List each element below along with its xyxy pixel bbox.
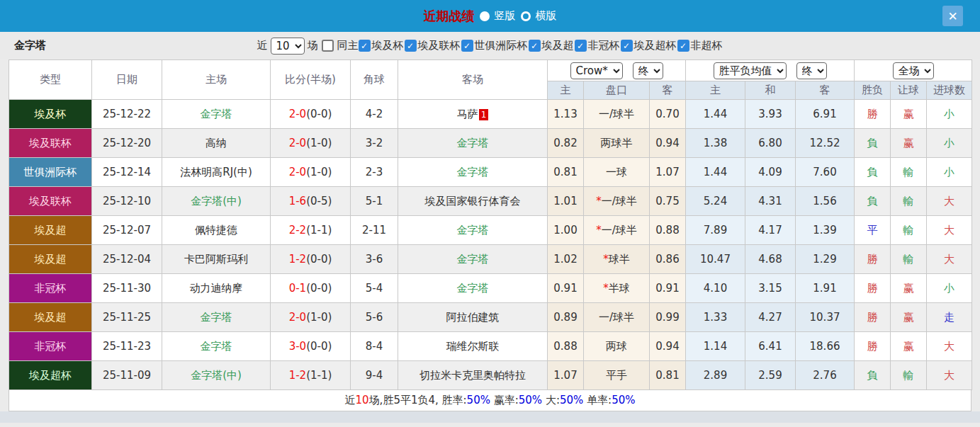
eu-draw-odds-cell: 4.09 (745, 158, 796, 187)
ah-away-odds-cell: 1.07 (650, 158, 686, 187)
home-team-label: 卡巴阿斯玛利 (184, 253, 248, 266)
eu-home-odds-cell: 1.14 (686, 332, 745, 361)
summary-segment: 50% (519, 394, 542, 406)
league-filter[interactable]: ✓非冠杯 (575, 39, 621, 52)
away-team-cell: 金字塔 (398, 245, 548, 274)
scope-select[interactable]: 全场 (893, 62, 934, 79)
eu-draw-odds-cell: 2.59 (745, 361, 796, 390)
type-cell: 埃及联杯 (9, 129, 92, 158)
score-cell: 2-0(1-0) (271, 129, 351, 158)
home-team-cell: 金字塔 (162, 100, 271, 129)
ah-away-odds-cell: 0.88 (650, 216, 686, 245)
eu-away-odds-cell: 1.39 (796, 216, 855, 245)
same-venue-label[interactable]: 同主 (337, 39, 359, 52)
eu-draw-odds-cell: 4.31 (745, 187, 796, 216)
league-filter-label[interactable]: 非超杯 (691, 39, 723, 52)
summary-segment: 场,胜5平1负4, 胜率: (369, 394, 467, 406)
eu-home-odds-cell: 1.44 (686, 158, 745, 187)
header-ah-line: 盘口 (584, 81, 650, 100)
table-row: 埃及超 25-12-07 佩特捷德 2-2(1-1) 2-11 金字塔 1.00… (9, 216, 972, 245)
score-fulltime: 1-2 (289, 369, 307, 382)
ah-home-odds-cell: 1.13 (548, 100, 584, 129)
odds-time-select[interactable]: 终 (633, 62, 663, 79)
type-cell: 埃及超 (9, 216, 92, 245)
checkbox-checked-icon[interactable]: ✓ (621, 40, 633, 52)
wdl-source-select[interactable]: 胜平负均值 (714, 62, 787, 79)
league-filter-label[interactable]: 埃及联杯 (418, 39, 461, 52)
result-cell: 負 (855, 361, 891, 390)
checkbox-checked-icon[interactable]: ✓ (405, 40, 417, 52)
away-team-cell: 瑞维尔斯联 (398, 332, 548, 361)
summary-segment: 50% (467, 394, 490, 406)
away-team-cell: 金字塔 (398, 158, 548, 187)
checkbox-checked-icon[interactable]: ✓ (529, 40, 541, 52)
away-team-label: 阿拉伯建筑 (446, 311, 500, 324)
league-filter-label[interactable]: 埃及超杯 (634, 39, 677, 52)
league-filter-label[interactable]: 世俱洲际杯 (475, 39, 528, 52)
date-cell: 25-12-14 (92, 158, 162, 187)
away-team-cell: 阿拉伯建筑 (398, 303, 548, 332)
away-badge: 1 (479, 109, 489, 120)
corner-cell: 8-4 (351, 332, 398, 361)
ah-away-odds-cell: 0.91 (650, 274, 686, 303)
league-filter[interactable]: ✓埃及超杯 (621, 39, 677, 52)
away-team-label: 瑞维尔斯联 (446, 340, 500, 353)
league-filter[interactable]: ✓非超杯 (677, 39, 723, 52)
checkbox-checked-icon[interactable]: ✓ (359, 40, 371, 52)
radio-horizontal-icon[interactable] (521, 11, 531, 21)
type-cell: 世俱洲际杯 (9, 158, 92, 187)
same-venue-checkbox[interactable] (322, 40, 334, 52)
ah-away-odds-cell: 0.94 (650, 129, 686, 158)
league-filter[interactable]: ✓埃及超 (529, 39, 575, 52)
away-team-label: 金字塔 (457, 282, 489, 295)
handicap-result-cell: 輸 (891, 187, 927, 216)
page-title: 近期战绩 (424, 8, 475, 25)
score-cell: 2-0(1-0) (271, 303, 351, 332)
league-filter-label[interactable]: 埃及杯 (372, 39, 404, 52)
checkbox-checked-icon[interactable]: ✓ (575, 40, 587, 52)
score-halftime: (0-0) (306, 253, 332, 266)
score-fulltime: 0-1 (289, 282, 307, 295)
date-cell: 25-12-04 (92, 245, 162, 274)
table-row: 埃及杯 25-12-22 金字塔 2-0(0-0) 4-2 马萨1 1.13 一… (9, 100, 972, 129)
ah-line-label: 两球 (606, 340, 627, 353)
score-cell: 2-0(1-0) (271, 158, 351, 187)
date-cell: 25-12-20 (92, 129, 162, 158)
score-fulltime: 2-0 (289, 137, 307, 149)
eu-draw-odds-cell: 4.17 (745, 216, 796, 245)
league-filter[interactable]: ✓埃及杯 (359, 39, 405, 52)
radio-horizontal-label[interactable]: 横版 (536, 9, 557, 23)
type-cell: 埃及联杯 (9, 187, 92, 216)
eu-home-odds-cell: 1.38 (686, 129, 745, 158)
checkbox-checked-icon[interactable]: ✓ (461, 40, 473, 52)
recent-label: 近 (257, 39, 268, 52)
radio-vertical-selected-icon[interactable] (480, 11, 490, 21)
league-filter-label[interactable]: 非冠杯 (588, 39, 620, 52)
summary-segment: 单率: (583, 394, 612, 406)
league-filter[interactable]: ✓埃及联杯 (405, 39, 461, 52)
eu-draw-odds-cell: 4.68 (745, 245, 796, 274)
score-halftime: (1-1) (306, 369, 332, 382)
home-team-label: 金字塔 (201, 108, 232, 120)
header-ah-home: 主 (548, 81, 584, 100)
odds-source-select[interactable]: Crow* (570, 62, 623, 79)
wdl-time-select[interactable]: 终 (796, 62, 827, 79)
ah-line-cell: *一/球半 (584, 216, 650, 245)
eu-home-odds-cell: 2.89 (686, 361, 745, 390)
radio-vertical-label[interactable]: 竖版 (495, 9, 516, 23)
league-filter-label[interactable]: 埃及超 (542, 39, 574, 52)
home-team-cell: 佩特捷德 (162, 216, 271, 245)
ah-away-odds-cell: 0.99 (650, 303, 686, 332)
handicap-result-cell: 赢 (891, 100, 927, 129)
home-team-label: 金字塔 (201, 340, 232, 353)
results-table-container: 类型 日期 主场 比分(半场) 角球 客场 Crow* 终 胜平负均值 终 (0, 59, 980, 411)
result-cell: 平 (855, 216, 891, 245)
league-filter[interactable]: ✓世俱洲际杯 (461, 39, 529, 52)
ah-line-label: 一/球半 (599, 311, 634, 324)
eu-home-odds-cell: 1.44 (686, 100, 745, 129)
recent-count-select[interactable]: 10 (271, 38, 305, 55)
home-team-cell: 金字塔(中) (162, 361, 271, 390)
close-button[interactable]: ✕ (942, 6, 963, 26)
home-team-cell: 高纳 (162, 129, 271, 158)
checkbox-checked-icon[interactable]: ✓ (677, 40, 689, 52)
